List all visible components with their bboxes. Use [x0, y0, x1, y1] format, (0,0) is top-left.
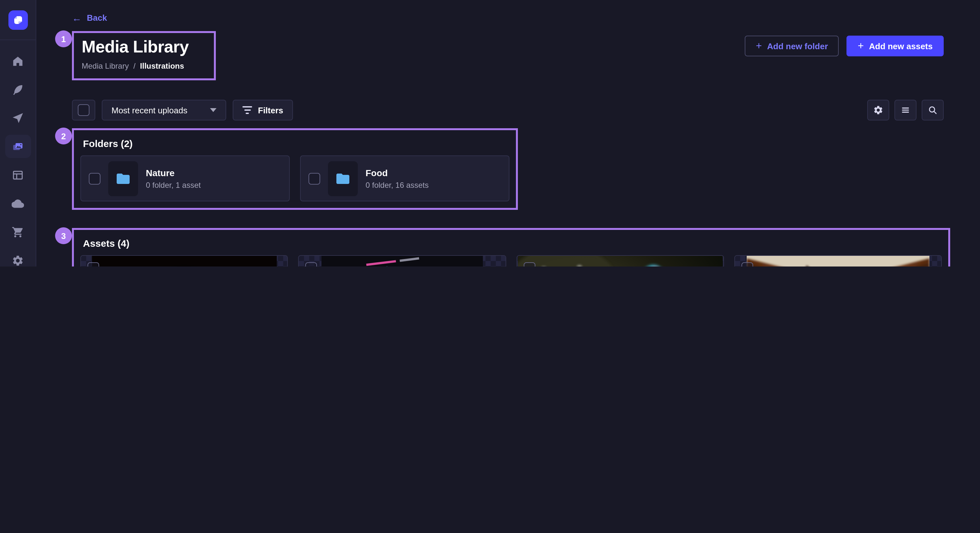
media-settings-button[interactable] — [867, 100, 889, 121]
settings-icon — [873, 105, 883, 115]
assets-section-title: Assets (4) — [83, 238, 942, 249]
folder-meta: 0 folder, 16 assets — [366, 180, 429, 189]
page-header: 1 Media Library Media Library / Illustra… — [72, 31, 950, 80]
back-link[interactable]: ← Back — [72, 13, 107, 23]
folder-meta: 0 folder, 1 asset — [146, 180, 200, 189]
folder-texts: Nature 0 folder, 1 asset — [146, 167, 200, 189]
logo-container[interactable] — [0, 0, 36, 40]
annotation-badge-2: 2 — [55, 128, 72, 144]
toolbar: Most recent uploads Filters — [72, 100, 950, 121]
list-view-icon — [900, 105, 911, 115]
send-icon — [12, 112, 24, 124]
feather-icon — [12, 83, 24, 95]
annotation-box-3: 3 Assets (4) — [72, 228, 950, 266]
add-new-folder-button[interactable]: + Add new folder — [745, 36, 839, 56]
strapi-logo-icon — [8, 10, 27, 30]
strapi-logo-glyph — [12, 14, 24, 25]
back-label: Back — [87, 13, 107, 23]
cloud-icon — [12, 197, 24, 209]
asset-card-library[interactable]: the-internet-s-own-boy JPEG - 1200X707 I… — [734, 255, 942, 266]
sidebar-item-content[interactable] — [5, 75, 31, 104]
breadcrumb-current: Illustrations — [140, 62, 184, 71]
folder-name: Nature — [146, 167, 200, 178]
asset-thumbnail — [735, 256, 942, 266]
filters-button[interactable]: Filters — [233, 100, 293, 121]
asset-card-shrimp[interactable]: this-shrimp-is-awesome JPEG - 1200X630 I… — [516, 255, 724, 266]
gear-icon — [12, 254, 24, 266]
annotation-badge-3: 3 — [55, 227, 72, 244]
add-new-assets-button[interactable]: + Add new assets — [847, 36, 944, 56]
black-hole-image — [92, 256, 277, 266]
asset-checkbox[interactable] — [305, 262, 317, 266]
plus-icon: + — [858, 40, 864, 51]
folders-section-title: Folders (2) — [83, 138, 509, 149]
chevron-down-icon — [210, 108, 216, 112]
asset-checkbox[interactable] — [88, 262, 99, 266]
select-all-checkbox[interactable] — [78, 104, 89, 116]
header-actions: + Add new folder + Add new assets — [745, 36, 944, 56]
annotation-box-2: 2 Folders (2) Nature 0 folder, 1 asset — [72, 128, 518, 210]
folder-name: Food — [366, 167, 429, 178]
library-portrait-image — [747, 256, 929, 266]
main-content: ← Back 1 Media Library Media Library / I… — [36, 0, 980, 266]
folder-checkbox[interactable] — [309, 173, 320, 184]
sort-dropdown[interactable]: Most recent uploads — [102, 100, 226, 121]
sidebar-nav — [0, 40, 36, 266]
asset-thumbnail — [517, 256, 723, 266]
page-title: Media Library — [82, 37, 206, 56]
filters-label: Filters — [258, 105, 283, 115]
asset-thumbnail — [299, 256, 506, 266]
search-button[interactable] — [922, 100, 944, 121]
folders-row: Nature 0 folder, 1 asset Food 0 folder, … — [80, 155, 509, 201]
folder-card-nature[interactable]: Nature 0 folder, 1 asset — [80, 155, 290, 201]
cart-icon — [12, 226, 24, 238]
back-arrow-icon: ← — [72, 13, 82, 23]
breadcrumb-separator: / — [133, 62, 135, 71]
folder-icon — [115, 171, 131, 186]
sidebar-item-home[interactable] — [5, 47, 31, 75]
assets-row: what-s-inside-a-black-hole JPEG - 800X46… — [80, 255, 942, 266]
breadcrumb-parent[interactable]: Media Library — [82, 62, 129, 71]
asset-thumbnail — [81, 256, 288, 266]
sidebar-item-releases[interactable] — [5, 104, 31, 132]
folder-tile — [108, 161, 138, 196]
annotation-badge-1: 1 — [55, 30, 72, 47]
asset-checkbox[interactable] — [523, 262, 535, 266]
asset-card-black-hole[interactable]: what-s-inside-a-black-hole JPEG - 800X46… — [80, 255, 288, 266]
asset-card-laptop-code[interactable]: a-bug-is-becoming-a-meme-on-the-internet… — [299, 255, 506, 266]
sidebar-item-content-type-builder[interactable] — [5, 160, 31, 189]
select-all-checkbox-button[interactable] — [72, 100, 95, 121]
add-new-assets-label: Add new assets — [869, 41, 933, 51]
add-new-folder-label: Add new folder — [767, 41, 828, 51]
mantis-shrimp-image — [517, 256, 722, 266]
plus-icon: + — [756, 40, 762, 51]
sort-dropdown-value: Most recent uploads — [111, 105, 187, 115]
annotation-box-1: 1 Media Library Media Library / Illustra… — [72, 31, 216, 80]
list-view-button[interactable] — [894, 100, 916, 121]
laptop-code-image — [321, 256, 483, 266]
filter-icon — [242, 106, 252, 114]
home-icon — [12, 55, 24, 67]
folder-icon — [335, 171, 351, 186]
folder-tile — [328, 161, 358, 196]
sidebar-item-settings[interactable] — [5, 246, 31, 266]
strapi-admin-page: KD ← Back 1 Media Library Media Library … — [0, 0, 980, 266]
folder-card-food[interactable]: Food 0 folder, 16 assets — [300, 155, 509, 201]
sidebar: KD — [0, 0, 36, 266]
folder-texts: Food 0 folder, 16 assets — [366, 167, 429, 189]
view-options — [867, 100, 944, 121]
sidebar-item-deploy[interactable] — [5, 189, 31, 217]
layout-icon — [12, 169, 24, 181]
sidebar-item-marketplace[interactable] — [5, 217, 31, 246]
sidebar-item-media-library[interactable] — [5, 135, 31, 158]
media-library-icon — [12, 140, 24, 152]
folder-checkbox[interactable] — [89, 173, 100, 184]
search-icon — [928, 105, 938, 115]
asset-checkbox[interactable] — [741, 262, 753, 266]
breadcrumb: Media Library / Illustrations — [82, 62, 206, 71]
